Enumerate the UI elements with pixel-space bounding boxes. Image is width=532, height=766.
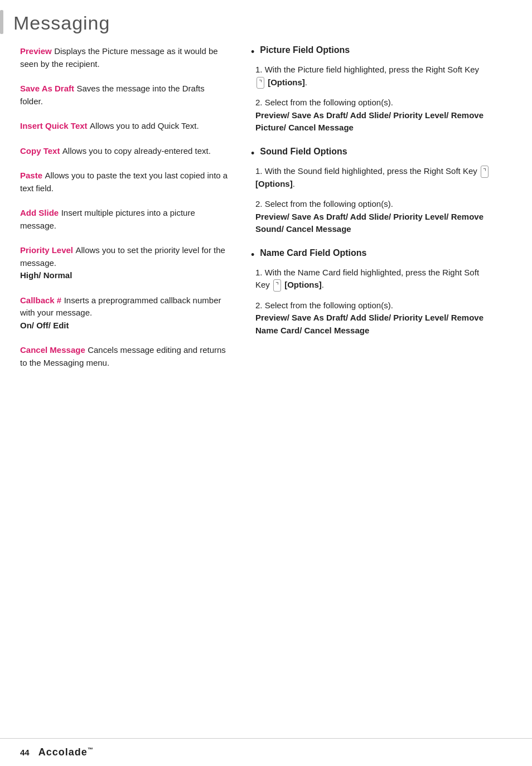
left-column: Preview Displays the Picture message as …: [0, 45, 240, 738]
picture-item-2-num: 2.: [255, 98, 265, 107]
term-sub-callback: On/ Off/ Edit: [20, 321, 69, 330]
bullet-dot-namecard: •: [251, 249, 254, 261]
sound-options-bold: Preview/ Save As Draft/ Add Slide/ Prior…: [255, 212, 483, 234]
bullet-title-namecard: Name Card Field Options: [260, 248, 366, 258]
sound-item-2: 2. Select from the following option(s). …: [251, 198, 491, 236]
sound-item-1: 1. With the Sound field highlighted, pre…: [251, 165, 491, 190]
term-priority-level: Priority Level Allows you to set the pri…: [20, 244, 229, 282]
namecard-item-1: 1. With the Name Card field highlighted,…: [251, 266, 491, 292]
page-title: Messaging: [13, 10, 110, 34]
sound-item-1-text: With the Sound field highlighted, press …: [255, 166, 490, 188]
term-sub-priority-level: High/ Normal: [20, 270, 72, 280]
footer-brand-trademark: ™: [88, 746, 94, 753]
header: Messaging: [0, 0, 532, 40]
term-label-save-as-draft: Save As Draft: [20, 84, 74, 93]
namecard-item-2: 2. Select from the following option(s). …: [251, 299, 491, 337]
bullet-dot-picture: •: [251, 46, 254, 58]
bullet-title-picture: Picture Field Options: [260, 45, 350, 55]
section-picture-field-options: • Picture Field Options 1. With the Pict…: [251, 45, 491, 134]
term-label-copy-text: Copy Text: [20, 146, 60, 156]
picture-item-2-text: Select from the following option(s). Pre…: [255, 98, 483, 132]
term-callback: Callback # Inserts a preprogrammed callb…: [20, 294, 229, 332]
term-copy-text: Copy Text Allows you to copy already-ent…: [20, 145, 229, 158]
namecard-item-1-num: 1.: [255, 268, 265, 277]
bullet-dot-sound: •: [251, 148, 254, 159]
main-content: Preview Displays the Picture message as …: [0, 40, 532, 738]
page: Messaging Preview Displays the Picture m…: [0, 0, 532, 766]
term-save-as-draft: Save As Draft Saves the message into the…: [20, 83, 229, 108]
sound-item-2-num: 2.: [255, 199, 265, 209]
section-sound-field-options: • Sound Field Options 1. With the Sound …: [251, 147, 491, 236]
term-label-add-slide: Add Slide: [20, 208, 59, 217]
sound-item-1-num: 1.: [255, 166, 265, 176]
term-desc-copy-text: Allows you to copy already-entered text.: [62, 146, 211, 156]
right-soft-key-icon-1: ⌝: [257, 77, 264, 89]
term-label-cancel-message: Cancel Message: [20, 345, 85, 355]
picture-item-1-num: 1.: [255, 65, 265, 74]
term-paste: Paste Allows you to paste the text you l…: [20, 169, 229, 195]
picture-item-1: 1. With the Picture field highlighted, p…: [251, 64, 491, 89]
term-label-callback: Callback #: [20, 295, 61, 305]
right-soft-key-icon-2: ⌝: [481, 166, 489, 178]
namecard-item-2-num: 2.: [255, 300, 265, 310]
footer: 44 Accolade™: [0, 738, 532, 766]
term-label-paste: Paste: [20, 171, 42, 180]
footer-brand: Accolade™: [38, 746, 94, 758]
right-column: • Picture Field Options 1. With the Pict…: [240, 45, 507, 738]
right-soft-key-icon-3: ⌝: [273, 279, 281, 292]
bullet-heading-namecard: • Name Card Field Options: [251, 248, 491, 261]
header-bar: [0, 10, 3, 34]
namecard-item-1-text: With the Name Card field highlighted, pr…: [255, 268, 479, 290]
picture-item-2: 2. Select from the following option(s). …: [251, 96, 491, 134]
picture-item-1-text: With the Picture field highlighted, pres…: [255, 65, 479, 87]
sound-item-2-text: Select from the following option(s). Pre…: [255, 199, 483, 234]
footer-page-number: 44: [20, 748, 30, 757]
term-desc-insert-quick-text: Allows you to add Quick Text.: [90, 121, 199, 130]
term-desc-paste: Allows you to paste the text you last co…: [20, 171, 228, 193]
bullet-title-sound: Sound Field Options: [260, 147, 347, 157]
term-add-slide: Add Slide Insert multiple pictures into …: [20, 207, 229, 232]
namecard-options-bold: Preview/ Save As Draft/ Add Slide/ Prior…: [255, 313, 483, 335]
picture-options-bold: Preview/ Save As Draft/ Add Slide/ Prior…: [255, 110, 483, 133]
term-label-priority-level: Priority Level: [20, 245, 73, 255]
term-cancel-message: Cancel Message Cancels message editing a…: [20, 344, 229, 369]
term-label-insert-quick-text: Insert Quick Text: [20, 121, 88, 130]
section-name-card-field-options: • Name Card Field Options 1. With the Na…: [251, 248, 491, 337]
term-preview: Preview Displays the Picture message as …: [20, 45, 229, 70]
term-insert-quick-text: Insert Quick Text Allows you to add Quic…: [20, 120, 229, 133]
bullet-heading-picture: • Picture Field Options: [251, 45, 491, 58]
footer-brand-text: Accolade: [38, 746, 88, 758]
namecard-item-2-text: Select from the following option(s). Pre…: [255, 300, 483, 335]
bullet-heading-sound: • Sound Field Options: [251, 147, 491, 159]
term-label-preview: Preview: [20, 46, 52, 56]
